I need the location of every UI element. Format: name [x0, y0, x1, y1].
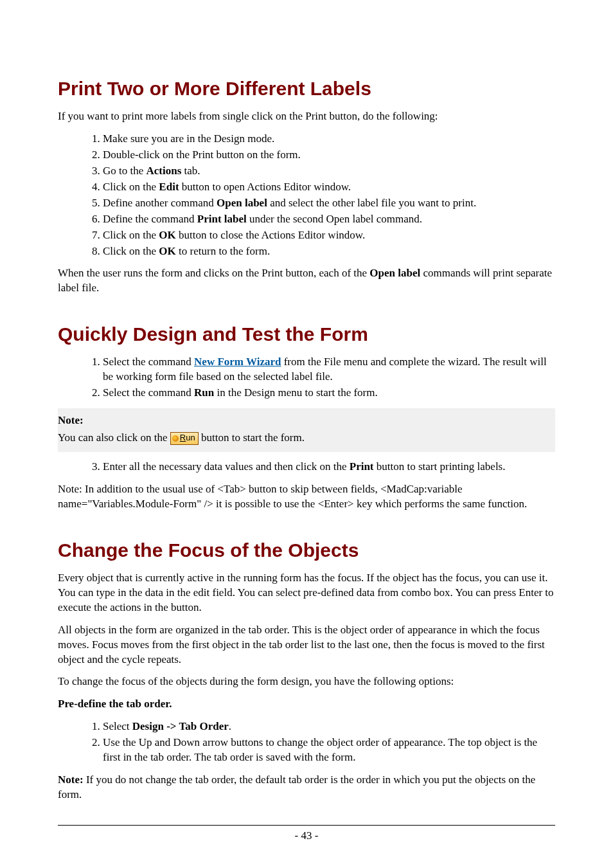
heading-change-focus: Change the Focus of the Objects: [58, 539, 555, 562]
list-item: Double-click on the Print button on the …: [103, 148, 555, 163]
intro-text: If you want to print more labels from si…: [58, 109, 555, 124]
note-box: Note: You can also click on the Run butt…: [58, 408, 555, 452]
list-item: Click on the Edit button to open Actions…: [103, 180, 555, 195]
note-title: Note:: [58, 414, 84, 426]
sub-heading: Pre-define the tab order.: [58, 697, 555, 712]
run-icon: [172, 435, 179, 442]
heading-quickly-design: Quickly Design and Test the Form: [58, 323, 555, 346]
steps-list-2: Select the command New Form Wizard from …: [58, 355, 555, 401]
list-item: Select Design -> Tab Order.: [103, 719, 555, 734]
para-2: All objects in the form are organized in…: [58, 623, 555, 667]
list-item: Click on the OK to return to the form.: [103, 244, 555, 259]
steps-list-3: Select Design -> Tab Order. Use the Up a…: [58, 719, 555, 765]
page-number: - 43 -: [58, 829, 555, 842]
page-footer: - 43 -: [58, 825, 555, 842]
footnote-text: Note: In addition to the usual use of <T…: [58, 482, 555, 512]
list-item: Define another command Open label and se…: [103, 196, 555, 211]
list-item: Use the Up and Down arrow buttons to cha…: [103, 736, 555, 765]
heading-print-labels: Print Two or More Different Labels: [58, 77, 555, 100]
list-item: Enter all the necessary data values and …: [103, 460, 555, 475]
list-item: Make sure you are in the Design mode.: [103, 132, 555, 147]
list-item: Click on the OK button to close the Acti…: [103, 228, 555, 243]
steps-list-2b: Enter all the necessary data values and …: [58, 460, 555, 475]
note-text-2: Note: If you do not change the tab order…: [58, 773, 555, 802]
run-button[interactable]: Run: [170, 432, 199, 445]
list-item: Go to the Actions tab.: [103, 164, 555, 179]
para-3: To change the focus of the objects durin…: [58, 674, 555, 689]
para-1: Every object that is currently active in…: [58, 571, 555, 615]
note-text: You can also click on the Run button to …: [58, 431, 555, 446]
list-item: Select the command Run in the Design men…: [103, 386, 555, 401]
list-item: Select the command New Form Wizard from …: [103, 355, 555, 384]
outro-text: When the user runs the form and clicks o…: [58, 266, 555, 296]
footer-rule: [58, 825, 555, 826]
list-item: Define the command Print label under the…: [103, 212, 555, 227]
steps-list-1: Make sure you are in the Design mode. Do…: [58, 132, 555, 259]
new-form-wizard-link[interactable]: New Form Wizard: [194, 356, 281, 368]
